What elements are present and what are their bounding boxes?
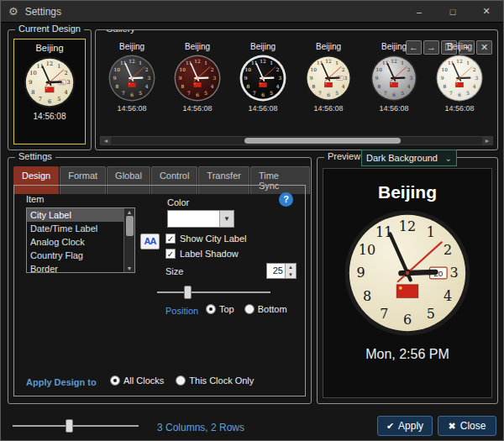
- svg-text:5: 5: [466, 91, 470, 96]
- move-left-button[interactable]: ←: [406, 40, 422, 55]
- gallery-clock-city: Beijing: [99, 42, 165, 51]
- svg-text:7: 7: [122, 91, 125, 96]
- checkbox-show-city-label[interactable]: ✓Show City Label: [165, 232, 247, 245]
- svg-text:4: 4: [444, 288, 452, 304]
- gallery-clock-time: 14:56:08: [427, 104, 492, 113]
- scrollbar-thumb[interactable]: [126, 216, 134, 236]
- radio-bottom[interactable]: Bottom: [244, 304, 287, 314]
- svg-text:5: 5: [335, 91, 339, 96]
- radio-icon: [206, 304, 216, 314]
- list-item[interactable]: Country Flag: [27, 249, 123, 262]
- svg-text:6: 6: [392, 92, 396, 97]
- add-design-button[interactable]: +: [459, 40, 475, 55]
- apply-button-label: Apply: [398, 420, 423, 432]
- preview-city: Beijing: [323, 182, 491, 202]
- size-label: Size: [165, 266, 183, 276]
- svg-text:5: 5: [139, 91, 142, 96]
- svg-text:4: 4: [211, 84, 214, 89]
- scroll-down-icon[interactable]: ▼: [127, 265, 133, 271]
- analog-clock: 123456789101112: [239, 55, 286, 102]
- svg-text:1: 1: [401, 60, 404, 66]
- preview-area: Beijing 12345678910111220 Mon, 2:56 PM: [323, 168, 492, 398]
- svg-text:12: 12: [399, 218, 416, 234]
- design-tab-panel: Item City LabelDate/Time LabelAnalog Clo…: [13, 185, 306, 396]
- svg-text:7: 7: [380, 306, 388, 322]
- color-label: Color: [167, 197, 189, 207]
- radio-label: This Clock Only: [189, 375, 254, 386]
- radio-top[interactable]: Top: [206, 304, 234, 314]
- svg-text:8: 8: [312, 84, 315, 89]
- gallery-clock-2[interactable]: Beijing12345678910111214:56:08: [165, 40, 230, 134]
- svg-text:8: 8: [181, 84, 184, 89]
- gallery-clock-3[interactable]: Beijing12345678910111214:56:08: [230, 40, 296, 134]
- scroll-right-icon[interactable]: ►: [482, 137, 492, 144]
- svg-text:7: 7: [384, 91, 387, 96]
- svg-text:4: 4: [473, 84, 476, 89]
- svg-text:9: 9: [179, 76, 182, 81]
- save-design-button[interactable]: ❐: [441, 40, 457, 55]
- font-button[interactable]: AA: [140, 234, 160, 249]
- slider-track[interactable]: [157, 291, 270, 293]
- gallery-scrollbar[interactable]: ◄ ►: [100, 136, 493, 145]
- close-window-button[interactable]: ✕: [470, 1, 503, 22]
- delete-design-button[interactable]: ✕: [476, 40, 492, 55]
- gallery-group: Gallery Beijing12345678910111214:56:08Be…: [95, 29, 498, 150]
- size-slider[interactable]: [157, 285, 270, 300]
- radio-label: All Clocks: [123, 375, 164, 386]
- size-spinner[interactable]: 25 ▲ ▼: [266, 263, 297, 279]
- scrollbar-thumb[interactable]: [244, 138, 401, 144]
- background-dropdown[interactable]: Dark Background ⌄: [361, 150, 457, 166]
- svg-text:2: 2: [444, 242, 452, 258]
- gallery-clock-1[interactable]: Beijing12345678910111214:56:08: [99, 40, 165, 134]
- color-dropdown[interactable]: ▼: [167, 210, 234, 228]
- svg-text:6: 6: [458, 92, 461, 97]
- spin-up-icon[interactable]: ▲: [286, 264, 296, 271]
- svg-text:12: 12: [325, 59, 332, 64]
- size-value: 25: [267, 264, 285, 278]
- background-dropdown-value: Dark Background: [366, 153, 438, 163]
- svg-text:12: 12: [456, 59, 463, 64]
- slider-thumb[interactable]: [66, 419, 73, 433]
- svg-text:5: 5: [204, 91, 207, 96]
- close-button[interactable]: ✖ Close: [438, 416, 496, 436]
- radio-this-clock-only[interactable]: This Clock Only: [176, 375, 254, 386]
- svg-text:3: 3: [279, 76, 282, 81]
- chevron-down-icon[interactable]: ▼: [219, 211, 234, 227]
- svg-text:1: 1: [270, 60, 273, 66]
- checkbox-label-shadow[interactable]: ✓Label Shadow: [165, 247, 247, 260]
- scroll-up-icon[interactable]: ▲: [127, 209, 133, 215]
- list-item[interactable]: Analog Clock: [27, 235, 123, 249]
- listbox-scrollbar[interactable]: ▲ ▼: [123, 208, 134, 272]
- scroll-left-icon[interactable]: ◄: [101, 137, 111, 144]
- radio-all-clocks[interactable]: All Clocks: [110, 375, 164, 386]
- svg-text:8: 8: [31, 89, 34, 96]
- list-item[interactable]: Border: [27, 262, 123, 272]
- gallery-clock-4[interactable]: Beijing1234567891011122014:56:08: [296, 40, 361, 134]
- svg-text:8: 8: [115, 84, 118, 89]
- list-item[interactable]: City Label: [27, 208, 123, 222]
- move-right-button[interactable]: →: [423, 40, 439, 55]
- columns-slider[interactable]: [13, 418, 139, 433]
- maximize-button[interactable]: □: [436, 1, 470, 22]
- x-icon: ✖: [449, 421, 456, 432]
- list-item[interactable]: Date/Time Label: [27, 222, 123, 235]
- minimize-button[interactable]: –: [402, 1, 436, 22]
- help-button[interactable]: ?: [279, 192, 293, 207]
- gallery-clock-city: Beijing: [165, 42, 230, 51]
- gallery-clock-time: 14:56:08: [230, 104, 296, 113]
- slider-track[interactable]: [13, 425, 139, 427]
- settings-label: Settings: [15, 151, 55, 161]
- layout-text: 3 Columns, 2 Rows: [157, 422, 244, 433]
- slider-thumb[interactable]: [184, 286, 192, 299]
- position-radio-group: TopBottom: [206, 304, 287, 314]
- apply-button[interactable]: ✔ Apply: [377, 416, 433, 436]
- svg-text:1: 1: [139, 60, 142, 66]
- analog-clock: 12345678910111220: [344, 209, 471, 337]
- svg-text:7: 7: [318, 91, 322, 96]
- svg-text:3: 3: [344, 76, 348, 81]
- svg-text:3: 3: [67, 79, 71, 86]
- spin-down-icon[interactable]: ▼: [286, 271, 296, 279]
- scrollbar-track[interactable]: [111, 137, 482, 144]
- svg-text:4: 4: [407, 84, 411, 89]
- svg-text:10: 10: [180, 67, 186, 72]
